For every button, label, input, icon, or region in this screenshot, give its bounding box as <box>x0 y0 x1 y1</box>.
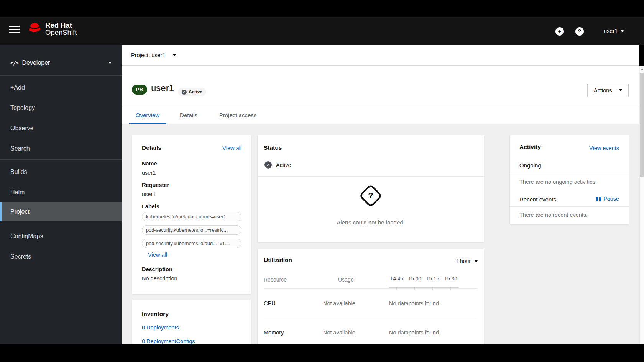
sidebar-item-configmaps[interactable]: ConfigMaps <box>0 226 122 246</box>
time-tick: 14:45 <box>388 276 405 282</box>
ongoing-empty-message: There are no ongoing activities. <box>519 179 597 185</box>
inventory-deploymentconfigs-link[interactable]: 0 DeploymentConfigs <box>142 338 195 344</box>
quick-create-icon[interactable]: + <box>555 27 564 36</box>
pause-button-label: Pause <box>603 196 619 202</box>
divider <box>264 288 478 289</box>
status-badge: ✓ Active <box>178 88 206 96</box>
resource-column-header: Resource <box>264 277 287 283</box>
sidebar-item-secrets[interactable]: Secrets <box>0 246 122 267</box>
help-icon[interactable]: ? <box>575 27 584 36</box>
description-label: Description <box>142 266 172 272</box>
page-header: PR user1 ✓ Active Actions <box>122 66 639 106</box>
brand-text: Red Hat OpenShift <box>45 21 77 36</box>
activity-card-title: Activity <box>519 144 541 151</box>
project-toolbar: Project: user1 <box>122 45 639 66</box>
memory-usage: Not available <box>323 329 355 336</box>
details-card: Details View all Name user1 Requester us… <box>132 135 251 294</box>
duration-dropdown[interactable]: 1 hour <box>455 258 478 264</box>
project-selector-label: Project: user1 <box>131 52 165 58</box>
chevron-down-icon <box>621 30 624 32</box>
details-card-title: Details <box>142 144 161 151</box>
redhat-hat-icon <box>27 21 42 36</box>
main-content: Project: user1 PR user1 ✓ Active Actions… <box>122 45 639 344</box>
usage-column-header: Usage <box>338 277 353 283</box>
sidebar-divider <box>0 159 122 160</box>
chevron-down-icon <box>619 89 622 91</box>
time-tick: 15:00 <box>406 276 423 282</box>
divider <box>264 317 478 317</box>
divider <box>510 206 629 207</box>
tab-project-access[interactable]: Project access <box>210 106 266 124</box>
divider <box>510 172 629 172</box>
masthead: Red Hat OpenShift + ? user1 <box>0 17 644 45</box>
sidebar-item-observe[interactable]: Observe <box>0 118 122 138</box>
requester-label: Requester <box>142 182 169 188</box>
divider <box>258 176 484 177</box>
check-circle-icon: ✓ <box>264 161 272 169</box>
actions-button-label: Actions <box>594 87 612 93</box>
time-axis <box>389 287 459 288</box>
brand-line2: OpenShift <box>45 29 77 36</box>
user-menu[interactable]: user1 <box>604 28 624 34</box>
inventory-card-title: Inventory <box>142 311 169 318</box>
details-view-all-link[interactable]: View all <box>222 145 242 151</box>
scrollbar-thumb[interactable] <box>640 73 644 177</box>
time-tick: 15:30 <box>442 276 459 282</box>
perspective-label: Developer <box>22 59 50 66</box>
unknown-alerts-icon: ? <box>359 184 383 208</box>
view-events-link[interactable]: View events <box>589 145 619 151</box>
pause-button[interactable]: Pause <box>596 196 619 202</box>
check-circle-icon: ✓ <box>182 90 187 95</box>
tab-bar: Overview Details Project access <box>122 106 639 124</box>
description-value: No description <box>142 275 177 282</box>
nav-toggle-icon[interactable] <box>9 26 20 35</box>
requester-value: user1 <box>142 191 156 197</box>
page-title: user1 <box>151 83 174 93</box>
utilization-card: Utilization 1 hour Resource Usage 14:45 … <box>258 249 484 344</box>
utilization-card-title: Utilization <box>264 257 292 264</box>
actions-button[interactable]: Actions <box>587 84 629 97</box>
status-badge-label: Active <box>189 89 202 95</box>
brand-logo[interactable]: Red Hat OpenShift <box>27 21 77 36</box>
label-chip[interactable]: kubernetes.io/metadata.name=user1 <box>142 212 242 221</box>
sidebar-item-helm[interactable]: Helm <box>0 182 122 202</box>
name-label: Name <box>142 161 157 167</box>
status-card-title: Status <box>264 144 282 151</box>
sidebar-item-add[interactable]: +Add <box>0 77 122 98</box>
chevron-down-icon <box>475 260 478 262</box>
inventory-card: Inventory 0 Deployments 0 DeploymentConf… <box>132 300 251 344</box>
cpu-datapoints: No datapoints found. <box>389 300 440 306</box>
memory-datapoints: No datapoints found. <box>389 329 440 336</box>
sidebar-divider <box>0 222 122 222</box>
labels-view-all-link[interactable]: View all <box>148 252 167 258</box>
inventory-deployments-link[interactable]: 0 Deployments <box>142 324 179 331</box>
sidebar-item-topology[interactable]: Topology <box>0 98 122 118</box>
time-tick: 15:15 <box>424 276 441 282</box>
code-icon: </> <box>10 60 18 66</box>
status-value: Active <box>276 162 291 168</box>
ongoing-label: Ongoing <box>519 162 541 169</box>
sidebar-nav: </> Developer +Add Topology Observe Sear… <box>0 45 122 344</box>
scrollbar-up-arrow-icon[interactable] <box>641 68 644 70</box>
activity-card: Activity View events Ongoing There are n… <box>510 135 629 224</box>
sidebar-item-search[interactable]: Search <box>0 138 122 159</box>
sidebar-item-project[interactable]: Project <box>0 202 122 221</box>
alerts-message: Alerts could not be loaded. <box>258 219 484 226</box>
pause-icon <box>596 197 601 201</box>
tab-details[interactable]: Details <box>174 106 203 124</box>
name-value: user1 <box>142 170 156 176</box>
brand-line1: Red Hat <box>45 21 77 29</box>
project-badge: PR <box>132 85 147 95</box>
perspective-switcher[interactable]: </> Developer <box>10 59 112 66</box>
user-menu-label: user1 <box>604 28 618 34</box>
utilization-row-memory: Memory <box>264 329 284 336</box>
label-chip[interactable]: pod-security.kubernetes.io...=restric... <box>142 225 242 235</box>
label-chip[interactable]: pod-security.kubernetes.io/aud...=v1.... <box>142 239 242 248</box>
labels-label: Labels <box>142 203 159 210</box>
recent-events-label: Recent events <box>519 196 556 203</box>
sidebar-item-builds[interactable]: Builds <box>0 162 122 182</box>
utilization-row-cpu: CPU <box>264 300 276 306</box>
tab-overview[interactable]: Overview <box>129 106 166 124</box>
cpu-usage: Not available <box>323 300 355 306</box>
project-selector-dropdown[interactable]: Project: user1 <box>131 45 176 66</box>
